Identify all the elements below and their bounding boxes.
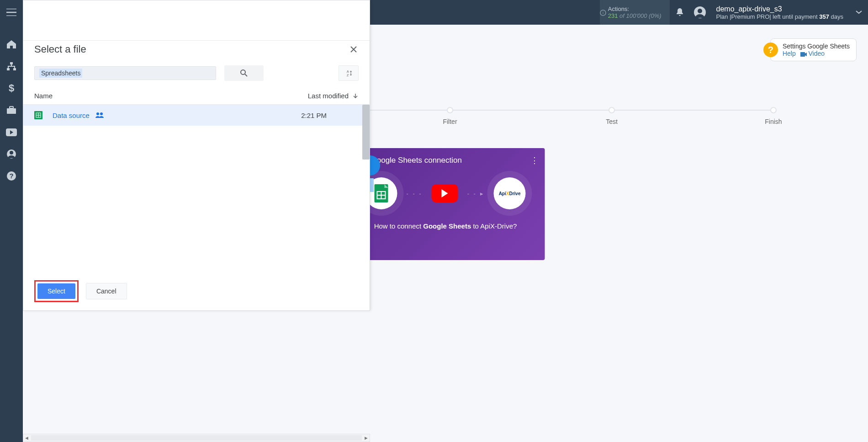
svg-rect-4 <box>10 62 13 64</box>
svg-text:?: ? <box>9 172 13 180</box>
svg-point-24 <box>100 112 103 115</box>
video-body: - - - - - ▸ ApiXDrive <box>346 173 545 214</box>
user-icon <box>6 149 16 159</box>
arrow-dash-icon: - - ▸ <box>467 190 485 197</box>
sitemap-icon <box>6 62 16 71</box>
sheets-file-icon <box>34 111 42 119</box>
avatar-icon <box>693 6 704 19</box>
video-footer: How to connect Google Sheets to ApiX-Dri… <box>346 214 545 230</box>
youtube-icon <box>6 128 17 136</box>
filter-chip-text: Spreadsheets <box>39 69 82 78</box>
svg-point-18 <box>241 70 245 75</box>
close-button[interactable] <box>349 44 359 54</box>
file-row[interactable]: Data source 2:21 PM <box>23 105 370 126</box>
step-label: Test <box>531 118 693 125</box>
sidebar-help[interactable]: ? <box>5 170 17 182</box>
close-icon <box>350 46 357 53</box>
actions-of: of <box>618 12 626 19</box>
svg-rect-9 <box>10 107 13 108</box>
sidebar-connections[interactable] <box>5 60 17 72</box>
step-label: Filter <box>369 118 531 125</box>
picker-footer: Select Cancel <box>23 272 370 310</box>
actions-counter: i Actions: 231 of 100'000 (0%) <box>600 0 670 25</box>
search-icon <box>240 69 248 77</box>
svg-text:i: i <box>603 11 603 15</box>
svg-point-23 <box>96 112 99 115</box>
briefcase-icon <box>6 106 16 114</box>
actions-pct: (0%) <box>649 12 661 19</box>
select-button[interactable]: Select <box>37 283 75 299</box>
svg-rect-8 <box>7 108 16 114</box>
apix-circle-icon: ApiXDrive <box>494 177 526 209</box>
svg-rect-6 <box>13 68 16 70</box>
video-title: Google Sheets connection <box>371 156 526 165</box>
play-icon <box>441 189 449 198</box>
sidebar-home[interactable] <box>5 38 17 50</box>
step-finish[interactable]: Finish <box>693 107 704 125</box>
shared-icon <box>95 112 104 118</box>
col-modified-label: Last modified <box>308 92 349 100</box>
svg-text:Z: Z <box>347 74 349 77</box>
col-modified[interactable]: Last modified <box>308 92 359 100</box>
select-button-highlight: Select <box>34 280 79 302</box>
dash-icon: - - - <box>406 190 422 197</box>
search-button[interactable] <box>224 65 264 81</box>
filter-chip[interactable]: Spreadsheets <box>34 66 216 80</box>
sidebar-youtube[interactable] <box>5 126 17 138</box>
svg-point-12 <box>10 151 13 154</box>
sidebar-billing[interactable]: $ <box>5 82 17 94</box>
svg-text:A: A <box>347 70 349 73</box>
actions-count: 231 <box>608 12 618 19</box>
blue-stripe <box>370 178 374 192</box>
file-list: Data source 2:21 PM <box>23 105 370 272</box>
hamburger-menu[interactable] <box>0 0 23 25</box>
video-menu-icon[interactable]: ⋮ <box>530 155 539 165</box>
svg-rect-5 <box>7 68 10 70</box>
actions-total: 100'000 <box>626 12 647 19</box>
question-icon: ? <box>6 171 16 181</box>
file-picker-modal: Select a file Spreadsheets AZ Name Last … <box>23 0 370 311</box>
actions-label: Actions: <box>608 5 662 12</box>
sort-button[interactable]: AZ <box>339 65 359 81</box>
col-name[interactable]: Name <box>34 92 308 100</box>
dollar-icon: $ <box>8 83 15 93</box>
play-button[interactable] <box>432 184 458 202</box>
sidebar-account[interactable] <box>5 148 17 160</box>
sort-icon: AZ <box>344 69 353 77</box>
hamburger-icon <box>6 9 16 16</box>
sidebar-toolbox[interactable] <box>5 104 17 116</box>
user-avatar[interactable] <box>690 0 704 25</box>
scrollbar[interactable] <box>362 105 370 160</box>
cancel-button[interactable]: Cancel <box>86 283 127 299</box>
columns-header: Name Last modified <box>23 87 370 105</box>
step-label: Finish <box>693 118 704 125</box>
notifications-button[interactable] <box>670 0 690 25</box>
picker-top-spacer <box>23 0 370 41</box>
picker-title: Select a file <box>34 43 349 55</box>
svg-point-3 <box>698 9 702 13</box>
file-time: 2:21 PM <box>301 112 359 119</box>
file-name: Data source <box>53 112 90 119</box>
info-icon: i <box>600 10 606 16</box>
svg-text:$: $ <box>9 83 14 93</box>
home-icon <box>6 40 16 49</box>
arrow-down-icon <box>352 93 359 99</box>
left-sidebar: $ ? <box>0 25 23 358</box>
bell-icon <box>676 8 684 17</box>
